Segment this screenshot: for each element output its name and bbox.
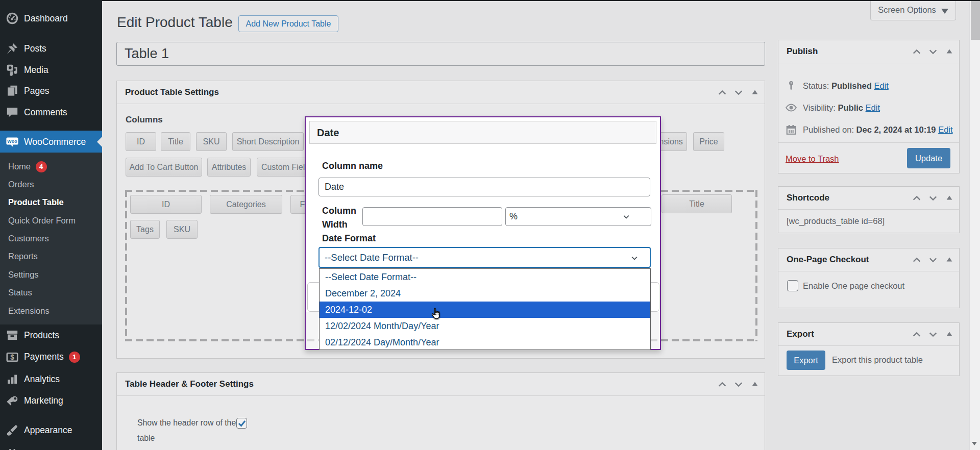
svg-text:$: $: [10, 354, 14, 361]
svg-text:Woo: Woo: [7, 138, 17, 143]
